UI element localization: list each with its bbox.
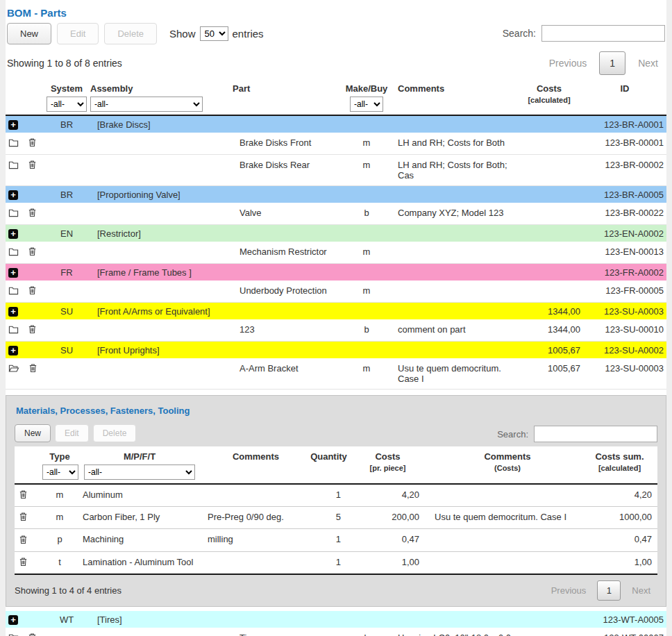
trash-icon[interactable] (19, 557, 28, 569)
assembly-row[interactable]: + SU [Front Uprights] 1005,67 123-SU-A00… (6, 342, 666, 359)
costs-column-header[interactable]: Costs [pr. piece] (348, 446, 428, 484)
assembly-row[interactable]: + SU [Front A/Arms or Equivalent] 1344,0… (6, 303, 666, 320)
type-column-header[interactable]: Type -all- (42, 446, 77, 484)
system-filter-select[interactable]: -all- (47, 97, 87, 112)
empty-cell (43, 242, 90, 264)
id-column-header[interactable]: ID (586, 79, 666, 115)
main-search: Search: (503, 25, 665, 42)
quantity-column-header[interactable]: Quantity (310, 446, 348, 484)
page-1-button[interactable]: 1 (599, 51, 625, 75)
mpft-column-header[interactable]: M/P/F/T -all- (77, 446, 202, 484)
part-row[interactable]: Valve b Company XYZ; Model 123 123-BR-00… (6, 203, 666, 225)
id-cell: 123-BR-00001 (586, 133, 666, 155)
part-row[interactable]: Underbody Protection m 123-FR-00005 (6, 281, 666, 303)
expand-icon[interactable]: + (8, 268, 18, 278)
page-length-select[interactable]: 50 (200, 26, 228, 41)
part-row[interactable]: 123 b comment on part 1344,00 123-SU-000… (6, 319, 666, 342)
previous-button[interactable]: Previous (544, 585, 594, 596)
costs-cell (518, 203, 586, 225)
assembly-row[interactable]: + BR [Proportioning Valve] 123-BR-A0005 (6, 186, 666, 203)
mpft-row[interactable]: m Aluminum 1 4,20 4,20 (15, 484, 657, 507)
trash-icon[interactable] (28, 363, 37, 375)
trash-icon[interactable] (19, 489, 28, 501)
part-column-header[interactable]: Part (233, 79, 344, 115)
trash-icon[interactable] (19, 512, 28, 524)
mpft-delete-button[interactable]: Delete (93, 424, 137, 442)
system-column-header[interactable]: System -all- (43, 79, 90, 115)
part-row[interactable]: Brake Disks Rear m LH and RH; Costs for … (6, 155, 666, 186)
makebuy-cell: m (344, 133, 389, 155)
trash-icon[interactable] (28, 137, 37, 149)
expand-icon[interactable]: + (8, 190, 18, 200)
assembly-cell: [Restrictor] (90, 225, 233, 242)
part-row-expanded[interactable]: A-Arm Bracket m Usu te quem democritum. … (6, 358, 666, 390)
expand-icon[interactable]: + (8, 120, 18, 130)
folder-icon[interactable] (8, 285, 19, 297)
open-folder-icon[interactable] (8, 363, 19, 375)
search-label: Search: (503, 28, 536, 39)
edit-button[interactable]: Edit (57, 23, 99, 44)
id-cell: 123-BR-00002 (586, 155, 666, 186)
expand-icon[interactable]: + (8, 307, 18, 317)
mpft-search-input[interactable] (534, 426, 657, 442)
empty-cell (233, 264, 344, 281)
mpft-panel: Materials, Processes, Fasteners, Tooling… (6, 395, 666, 606)
next-button[interactable]: Next (625, 585, 657, 596)
empty-cell (90, 358, 233, 390)
trash-icon[interactable] (28, 324, 37, 336)
trash-icon[interactable] (28, 160, 37, 171)
comments-cell: LH and RH; Costs for Both; Cas (389, 155, 518, 186)
trash-icon[interactable] (28, 208, 37, 219)
makebuy-column-header[interactable]: Make/Buy -all- (344, 79, 389, 115)
trash-icon[interactable] (28, 285, 37, 297)
mpft-row[interactable]: m Carbon Fiber, 1 Ply Pre-Preg 0/90 deg.… (15, 507, 657, 529)
costs-sum-column-header[interactable]: Costs sum. [calculated] (587, 446, 657, 484)
costs-cell (518, 155, 586, 186)
assembly-column-header[interactable]: Assembly -all- (90, 79, 233, 115)
previous-button[interactable]: Previous (542, 58, 594, 69)
part-row[interactable]: Mechanism Restrictor m 123-EN-00013 (6, 242, 666, 264)
trash-icon[interactable] (28, 246, 37, 258)
part-row[interactable]: Brake Disks Front m LH and RH; Costs for… (6, 133, 666, 155)
trash-icon[interactable] (19, 535, 28, 546)
new-button[interactable]: New (7, 23, 51, 44)
expand-icon[interactable]: + (8, 346, 18, 355)
folder-icon[interactable] (8, 160, 19, 171)
assembly-filter-select[interactable]: -all- (90, 97, 203, 112)
trash-icon[interactable] (28, 633, 37, 636)
assembly-row[interactable]: + FR [Frame / Frame Tubes ] 123-FR-A0002 (6, 264, 666, 281)
id-cell: 123-EN-00013 (586, 242, 666, 264)
part-row[interactable]: Tire b Hoosier, LC0, 10"-18.0 x 6.0 123-… (6, 628, 666, 636)
mpft-filter-select[interactable]: -all- (84, 465, 195, 480)
costs-column-header[interactable]: Costs [calculated] (518, 79, 586, 115)
page-title: BOM - Parts (7, 7, 665, 19)
mpft-edit-button[interactable]: Edit (55, 424, 89, 442)
system-cell: FR (43, 264, 90, 281)
assembly-row[interactable]: + WT [Tires] 123-WT-A0005 (6, 611, 666, 628)
page-1-button[interactable]: 1 (597, 580, 621, 601)
expand-icon[interactable]: + (8, 615, 18, 625)
delete-button[interactable]: Delete (104, 23, 157, 44)
folder-icon[interactable] (8, 324, 19, 336)
mpft-new-button[interactable]: New (15, 424, 51, 442)
makebuy-filter-select[interactable]: -all- (350, 97, 383, 112)
next-button[interactable]: Next (631, 58, 665, 69)
folder-icon[interactable] (8, 246, 19, 258)
folder-icon[interactable] (8, 633, 19, 636)
mpft-row[interactable]: p Machining milling 1 0,47 0,47 (15, 529, 657, 551)
assembly-row[interactable]: + BR [Brake Discs] 123-BR-A0001 (6, 115, 666, 133)
comments-costs-column-header[interactable]: Comments (Costs) (428, 446, 587, 484)
expand-icon[interactable]: + (8, 229, 18, 239)
mpft-row[interactable]: t Lamination - Aluminum Tool 1 1,00 1,00 (15, 551, 657, 574)
type-filter-select[interactable]: -all- (42, 465, 78, 480)
assembly-row[interactable]: + EN [Restrictor] 123-EN-A0002 (6, 225, 666, 242)
empty-cell (233, 115, 344, 133)
folder-icon[interactable] (8, 137, 19, 149)
bom-parts-table: System -all- Assembly -all- Part Make/Bu… (6, 79, 666, 636)
costs-cell (518, 611, 586, 628)
empty-cell (43, 155, 90, 186)
comments-column-header[interactable]: Comments (389, 79, 518, 115)
comments-column-header[interactable]: Comments (202, 446, 310, 484)
search-input[interactable] (541, 25, 665, 42)
folder-icon[interactable] (8, 208, 19, 219)
